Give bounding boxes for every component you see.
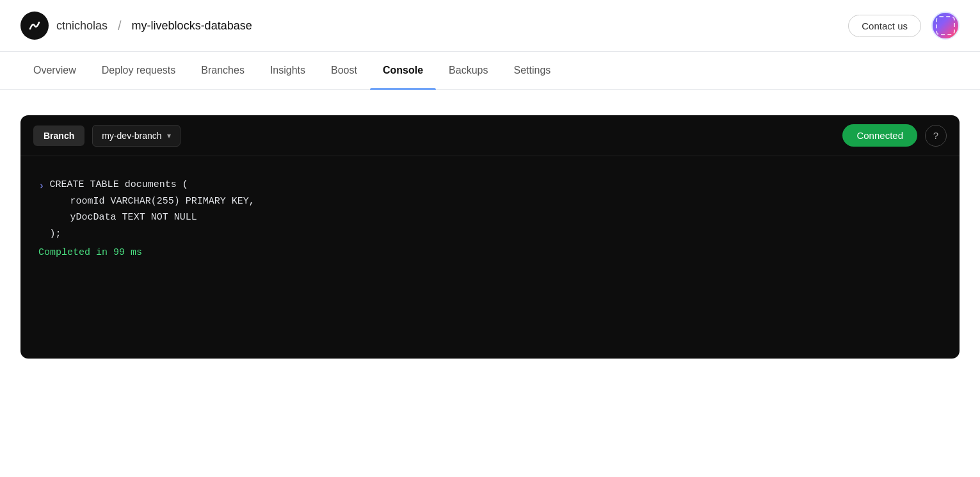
code-line-2: roomId VARCHAR(255) PRIMARY KEY, <box>50 193 255 210</box>
code-block: CREATE TABLE documents ( roomId VARCHAR(… <box>50 177 255 242</box>
nav-item-backups[interactable]: Backups <box>436 52 501 89</box>
branch-select[interactable]: my-dev-branch ▾ <box>92 125 180 147</box>
code-line-1: CREATE TABLE documents ( <box>50 177 255 193</box>
contact-button[interactable]: Contact us <box>848 15 921 37</box>
nav-item-boost[interactable]: Boost <box>318 52 370 89</box>
completion-status: Completed in 99 ms <box>38 245 942 261</box>
logo[interactable] <box>20 12 49 40</box>
console-input-line: › CREATE TABLE documents ( roomId VARCHA… <box>38 177 942 242</box>
prompt-arrow-icon: › <box>38 178 45 195</box>
chevron-down-icon: ▾ <box>167 131 171 140</box>
header-left: ctnicholas / my-liveblocks-database <box>20 12 252 40</box>
code-line-3: yDocData TEXT NOT NULL <box>50 209 255 226</box>
connected-badge: Connected <box>842 124 917 147</box>
breadcrumb-project[interactable]: my-liveblocks-database <box>132 19 252 33</box>
main-content: Branch my-dev-branch ▾ Connected ? › CRE… <box>0 90 980 384</box>
help-button[interactable]: ? <box>925 125 947 147</box>
nav-item-branches[interactable]: Branches <box>188 52 257 89</box>
toolbar-right: Connected ? <box>842 124 947 147</box>
branch-label: Branch <box>33 125 84 146</box>
code-line-4: ); <box>50 226 255 243</box>
nav-item-settings[interactable]: Settings <box>501 52 563 89</box>
main-nav: Overview Deploy requests Branches Insigh… <box>0 52 980 90</box>
header-right: Contact us <box>848 12 960 40</box>
branch-value: my-dev-branch <box>102 131 161 141</box>
console-panel: Branch my-dev-branch ▾ Connected ? › CRE… <box>20 115 960 359</box>
avatar[interactable] <box>931 12 960 40</box>
nav-item-insights[interactable]: Insights <box>257 52 318 89</box>
nav-item-overview[interactable]: Overview <box>20 52 89 89</box>
breadcrumb-user[interactable]: ctnicholas <box>56 19 108 33</box>
nav-item-deploy-requests[interactable]: Deploy requests <box>89 52 189 89</box>
console-body: › CREATE TABLE documents ( roomId VARCHA… <box>20 156 960 287</box>
nav-item-console[interactable]: Console <box>370 52 436 89</box>
header: ctnicholas / my-liveblocks-database Cont… <box>0 0 980 52</box>
avatar-inner <box>936 16 955 35</box>
console-toolbar: Branch my-dev-branch ▾ Connected ? <box>20 115 960 156</box>
breadcrumb-separator: / <box>118 19 122 33</box>
